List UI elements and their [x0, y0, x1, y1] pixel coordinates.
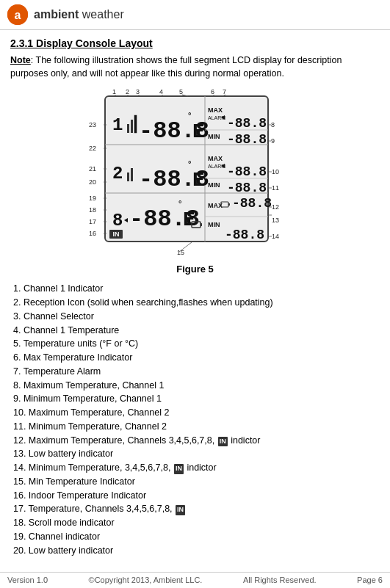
list-item: 8. Maximum Temperature, Channel 1	[13, 379, 377, 393]
list-item: 14. Minimum Temperature, 3,4,5,6,7,8, IN…	[13, 461, 377, 475]
svg-text:22: 22	[89, 145, 96, 152]
list-item: 6. Max Temperature Indicator	[13, 351, 377, 365]
figure-container: 1 -88.8 ° E MAX ALARM -88.8 MIN -88.	[10, 86, 380, 275]
svg-rect-22	[131, 168, 133, 181]
svg-text:5: 5	[179, 88, 183, 95]
svg-text:20: 20	[89, 178, 96, 186]
svg-rect-9	[134, 115, 137, 133]
footer-page: Page 6	[357, 576, 383, 584]
svg-text:12: 12	[272, 203, 279, 211]
note-label: Note	[10, 55, 31, 65]
svg-text:2: 2	[126, 88, 129, 95]
lcd-diagram: 1 -88.8 ° E MAX ALARM -88.8 MIN -88.	[59, 86, 331, 261]
section-title: 2.3.1 Display Console Layout	[10, 37, 380, 49]
svg-text:6: 6	[211, 88, 214, 95]
in-indicator: IN	[218, 437, 228, 447]
list-item: 13. Low battery indicator	[13, 447, 377, 461]
svg-text:19: 19	[89, 195, 96, 202]
svg-text:18: 18	[89, 206, 96, 214]
svg-text:-88.8: -88.8	[227, 181, 267, 195]
list-item: 15. Min Temperature Indicator	[13, 475, 377, 489]
note-text: : The following illustration shows the f…	[10, 55, 342, 79]
svg-rect-39	[201, 223, 202, 226]
svg-text:MIN: MIN	[208, 133, 220, 140]
svg-text:2: 2	[112, 164, 123, 184]
logo: a	[7, 4, 28, 25]
svg-rect-21	[127, 173, 129, 181]
header: a ambient weather	[0, 0, 390, 30]
svg-text:1: 1	[112, 88, 116, 95]
svg-text:4: 4	[159, 88, 163, 95]
svg-text:15: 15	[177, 249, 184, 256]
svg-text:13: 13	[272, 217, 279, 224]
list-item: 1. Channel 1 Indicator	[13, 282, 377, 296]
svg-line-94	[179, 242, 192, 252]
svg-text:16: 16	[89, 230, 96, 237]
svg-text:10: 10	[272, 168, 279, 175]
svg-text:E: E	[192, 169, 205, 192]
footer-rights: All Rights Reserved.	[243, 576, 317, 584]
svg-text:a: a	[15, 9, 21, 21]
footer: Version 1.0 ©Copyright 2013, Ambient LLC…	[0, 572, 390, 587]
list-item: 18. Scroll mode indicator	[13, 516, 377, 530]
svg-text:23: 23	[89, 121, 96, 128]
svg-text:MIN: MIN	[208, 181, 220, 189]
svg-text:°: °	[188, 111, 191, 120]
svg-text:MAX: MAX	[208, 106, 223, 114]
svg-text:3: 3	[136, 88, 140, 95]
svg-text:MIN: MIN	[208, 221, 220, 228]
list-item: 11. Minimum Temperature, Channel 2	[13, 420, 377, 434]
svg-text:-88.8: -88.8	[227, 164, 267, 179]
svg-text:17: 17	[89, 218, 96, 225]
svg-text:11: 11	[272, 184, 279, 192]
svg-text:1: 1	[112, 115, 123, 135]
note-paragraph: Note: The following illustration shows t…	[10, 54, 380, 80]
svg-rect-7	[127, 124, 129, 133]
list-item: 10. Maximum Temperature, Channel 2	[13, 406, 377, 420]
svg-text:MAX: MAX	[208, 155, 223, 162]
list-item: 20. Low battery indicator	[13, 544, 377, 558]
svg-text:-88.8: -88.8	[232, 196, 272, 211]
list-item: 4. Channel 1 Temperature	[13, 324, 377, 338]
items-list: 1. Channel 1 Indicator 2. Reception Icon…	[10, 282, 380, 557]
svg-text:7: 7	[223, 88, 226, 95]
svg-text:MAX: MAX	[208, 202, 223, 209]
list-item: 2. Reception Icon (solid when searching,…	[13, 296, 377, 310]
list-item: 9. Minimum Temperature, Channel 1	[13, 392, 377, 406]
svg-text:8: 8	[271, 121, 275, 128]
lcd-svg: 1 -88.8 ° E MAX ALARM -88.8 MIN -88.	[59, 86, 331, 258]
footer-version: Version 1.0	[7, 576, 48, 584]
svg-text:E: E	[192, 120, 205, 143]
svg-text:-88.8: -88.8	[227, 132, 267, 147]
svg-text:IN: IN	[112, 231, 119, 238]
in-indicator: IN	[176, 505, 185, 515]
svg-text:-88.8: -88.8	[225, 228, 264, 242]
list-item: 16. Indoor Temperature Indicator	[13, 489, 377, 503]
svg-text:°: °	[188, 159, 191, 168]
svg-text:9: 9	[271, 137, 275, 145]
svg-rect-44	[228, 203, 230, 206]
list-item: 12. Maximum Temperature, Channels 3,4,5,…	[13, 434, 377, 448]
list-item: 5. Temperature units (°F or °C)	[13, 337, 377, 351]
svg-rect-8	[131, 120, 133, 133]
in-indicator: IN	[174, 464, 184, 474]
svg-text:14: 14	[272, 233, 279, 240]
footer-copyright: ©Copyright 2013, Ambient LLC.	[89, 576, 203, 584]
svg-text:°: °	[178, 199, 181, 208]
list-item: 7. Temperature Alarm	[13, 365, 377, 379]
svg-text:21: 21	[89, 165, 96, 173]
list-item: 17. Temperature, Channels 3,4,5,6,7,8, I…	[13, 502, 377, 516]
brand-name: ambient weather	[34, 8, 124, 21]
svg-text:8: 8	[112, 211, 123, 231]
figure-caption: Figure 5	[176, 264, 214, 275]
svg-text:-88.8: -88.8	[227, 116, 267, 131]
list-item: 3. Channel Selector	[13, 310, 377, 324]
list-item: 19. Channel indicator	[13, 530, 377, 544]
